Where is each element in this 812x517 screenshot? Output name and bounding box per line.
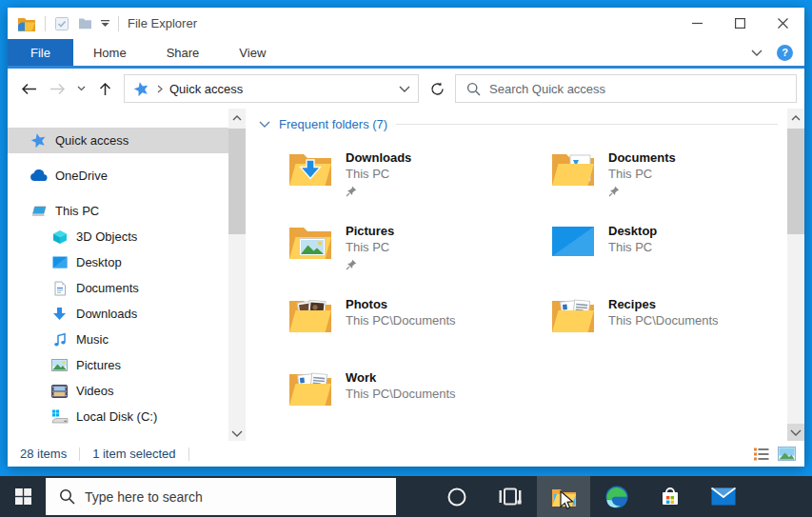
content-pane: Frequent folders (7) Downloads This PC D…: [246, 109, 787, 441]
window-body: Quick access OneDrive This PC 3D Objects…: [8, 109, 804, 441]
sidebar-item-local-disk-c[interactable]: Local Disk (C:): [8, 404, 228, 429]
sidebar-scrollbar[interactable]: [228, 109, 246, 441]
sidebar-item-label: Documents: [76, 281, 139, 295]
scroll-up-icon[interactable]: [228, 110, 246, 126]
this-pc-icon: [30, 204, 48, 219]
taskbar-task-view-button[interactable]: [484, 476, 537, 517]
edge-icon: [604, 485, 629, 509]
tab-share[interactable]: Share: [147, 39, 220, 66]
collapse-section-chevron-icon[interactable]: [259, 121, 270, 128]
taskbar-mail-button[interactable]: [697, 476, 750, 517]
sidebar-item-pictures[interactable]: Pictures: [8, 352, 228, 378]
folder-location: This PC\Documents: [346, 386, 456, 402]
tile-downloads-icon: [287, 149, 333, 190]
recent-locations-chevron-icon[interactable]: [72, 75, 89, 102]
details-view-button[interactable]: [754, 447, 769, 461]
status-bar: 28 items 1 item selected: [8, 441, 804, 467]
taskbar: [0, 476, 812, 517]
sidebar-item-label: OneDrive: [55, 169, 108, 183]
folder-location: This PC\Documents: [608, 312, 719, 328]
folder-name: Desktop: [608, 223, 657, 239]
thumbnail-view-button[interactable]: [778, 447, 796, 461]
maximize-button[interactable]: [719, 8, 762, 39]
scroll-up-icon[interactable]: [787, 110, 804, 126]
tile-desktop-icon: [550, 222, 596, 264]
folder-tile-pictures[interactable]: Pictures This PC: [287, 222, 550, 295]
minimize-button[interactable]: [676, 8, 719, 39]
folder-name: Downloads: [346, 149, 411, 166]
scrollbar-thumb[interactable]: [228, 129, 246, 234]
start-button[interactable]: [0, 476, 46, 517]
expand-ribbon-chevron-icon[interactable]: [751, 50, 762, 56]
sidebar-item-quick-access[interactable]: Quick access: [8, 128, 228, 153]
sidebar-item-downloads[interactable]: Downloads: [8, 301, 228, 327]
address-bar[interactable]: Quick access: [124, 74, 419, 103]
taskbar-search-input[interactable]: [85, 489, 396, 505]
taskbar-search-box[interactable]: [46, 478, 396, 515]
taskbar-cortana-button[interactable]: [430, 476, 484, 517]
sidebar-item-videos[interactable]: Videos: [8, 378, 228, 404]
help-button[interactable]: ?: [777, 45, 793, 61]
breadcrumb-chevron-icon: [157, 85, 163, 93]
frequent-folders-header[interactable]: Frequent folders (7): [246, 109, 787, 131]
navigation-pane: Quick access OneDrive This PC 3D Objects…: [8, 109, 228, 441]
sidebar-item-desktop[interactable]: Desktop: [8, 249, 228, 275]
titlebar-separator: [118, 16, 119, 31]
disk-icon: [50, 409, 69, 424]
file-explorer-window: File Explorer FileHomeShareView ?: [8, 8, 804, 467]
document-icon: [50, 281, 69, 296]
sidebar-item-label: Downloads: [76, 307, 137, 321]
film-icon: [50, 385, 69, 398]
sidebar-item-label: Local Disk (C:): [76, 409, 157, 424]
sidebar-item-label: Music: [76, 332, 109, 347]
tab-file[interactable]: File: [8, 39, 73, 66]
folder-tile-desktop[interactable]: Desktop This PC: [550, 222, 787, 295]
new-folder-icon[interactable]: [78, 17, 92, 30]
folder-tile-downloads[interactable]: Downloads This PC: [287, 149, 550, 222]
sidebar-item-this-pc[interactable]: This PC: [8, 198, 228, 224]
address-dropdown-chevron-icon[interactable]: [399, 86, 410, 92]
folder-name: Pictures: [346, 223, 394, 239]
taskbar-store-button[interactable]: [644, 476, 697, 517]
back-button[interactable]: [15, 75, 42, 102]
tab-view[interactable]: View: [219, 39, 286, 66]
ribbon-tabs: FileHomeShareView ?: [8, 39, 804, 66]
sidebar-item-3d-objects[interactable]: 3D Objects: [8, 224, 228, 249]
breadcrumb-path[interactable]: Quick access: [169, 82, 243, 96]
close-button[interactable]: [762, 8, 804, 39]
picture-icon: [50, 359, 69, 371]
folder-tile-documents[interactable]: Documents This PC: [550, 149, 787, 222]
folder-name: Documents: [608, 149, 676, 166]
folder-location: This PC: [346, 166, 411, 182]
file-explorer-logo-icon: [17, 16, 36, 31]
sidebar-item-label: Desktop: [76, 255, 122, 269]
folder-location: This PC\Documents: [346, 312, 456, 328]
taskbar-edge-button[interactable]: [590, 476, 644, 517]
up-button[interactable]: [91, 75, 118, 102]
folder-tile-work[interactable]: Work This PC\Documents: [287, 368, 550, 441]
properties-check-icon[interactable]: [54, 16, 69, 31]
taskbar-file-explorer-button[interactable]: [537, 476, 590, 517]
forward-button[interactable]: [44, 75, 70, 102]
status-separator: [188, 447, 189, 461]
sidebar-item-label: Pictures: [76, 358, 121, 372]
folder-tile-photos[interactable]: Photos This PC\Documents: [287, 295, 550, 368]
scroll-down-icon[interactable]: [787, 424, 804, 441]
content-scrollbar[interactable]: [787, 109, 804, 441]
sidebar-item-music[interactable]: Music: [8, 327, 228, 352]
tile-docs-icon: [287, 368, 333, 410]
window-controls: [676, 8, 804, 39]
folder-tile-recipes[interactable]: Recipes This PC\Documents: [550, 295, 787, 368]
scroll-down-icon[interactable]: [228, 426, 246, 441]
sidebar-item-onedrive[interactable]: OneDrive: [8, 163, 228, 189]
explorer-search-input[interactable]: [489, 82, 788, 96]
explorer-search-box[interactable]: [455, 74, 797, 103]
title-bar: File Explorer: [8, 8, 804, 39]
window-title: File Explorer: [128, 16, 197, 30]
sidebar-item-documents[interactable]: Documents: [8, 275, 228, 301]
scrollbar-thumb[interactable]: [787, 129, 804, 234]
customize-toolbar-caret-icon[interactable]: [101, 20, 109, 27]
download-arrow-icon: [50, 307, 69, 321]
refresh-button[interactable]: [421, 74, 453, 103]
tab-home[interactable]: Home: [73, 39, 147, 66]
